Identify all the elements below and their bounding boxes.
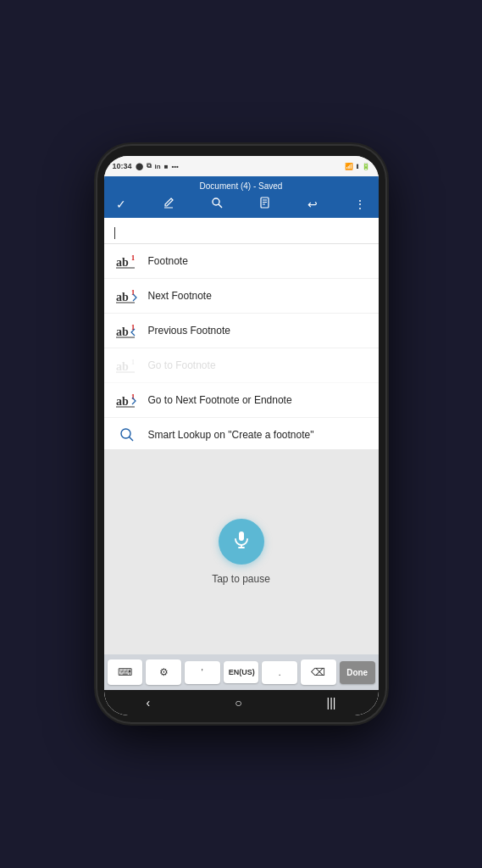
voice-area: Tap to pause: [104, 449, 379, 654]
keyboard-toggle-key[interactable]: ⌨: [108, 659, 143, 685]
back-button[interactable]: ‹: [136, 693, 160, 713]
time-display: 10:34: [113, 162, 132, 170]
menu-item-smart-lookup[interactable]: Smart Lookup on "Create a footnote": [104, 418, 379, 449]
toolbar-icons: ✓: [113, 195, 370, 213]
doc-area: [104, 218, 379, 244]
go-to-next-icon: ab 1: [116, 392, 138, 409]
done-key[interactable]: Done: [340, 661, 375, 684]
svg-text:1: 1: [131, 254, 135, 262]
svg-point-22: [121, 429, 130, 438]
svg-line-23: [129, 437, 133, 442]
app-toolbar: Document (4) - Saved ✓: [104, 176, 379, 218]
phone-screen: 10:34 ⬤ ⧉ in ■ ••• 📶 ⫿ 🔋 Document (4) - …: [104, 156, 379, 715]
doc-cursor: [114, 227, 115, 239]
bottom-nav: ‹ ○ |||: [104, 690, 379, 715]
svg-point-1: [213, 198, 219, 205]
phone-shell: 10:34 ⬤ ⧉ in ■ ••• 📶 ⫿ 🔋 Document (4) - …: [97, 146, 385, 722]
wifi-icon: 📶: [345, 163, 353, 170]
broadcast-icon: ⧉: [147, 162, 152, 170]
status-right: 📶 ⫿ 🔋: [345, 163, 370, 170]
svg-rect-26: [239, 531, 244, 541]
language-key[interactable]: EN(US): [224, 661, 259, 683]
svg-text:ab: ab: [116, 395, 129, 408]
keyboard-settings-key[interactable]: ⚙: [146, 659, 181, 685]
mic-button[interactable]: [219, 519, 264, 565]
go-to-footnote-label: Go to Footnote: [148, 359, 216, 371]
backspace-key[interactable]: ⌫: [301, 659, 336, 685]
status-left: 10:34 ⬤ ⧉ in ■ •••: [113, 162, 179, 170]
svg-line-2: [219, 204, 222, 208]
svg-text:ab: ab: [116, 326, 129, 338]
linkedin-icon: in: [155, 163, 161, 170]
menu-item-go-to-footnote: ab 1 Go to Footnote: [104, 348, 379, 383]
previous-footnote-label: Previous Footnote: [148, 325, 230, 337]
home-button[interactable]: ○: [224, 693, 252, 713]
search-icon[interactable]: [208, 195, 226, 213]
smart-lookup-label: Smart Lookup on "Create a footnote": [148, 429, 314, 441]
apostrophe-key[interactable]: ': [185, 661, 220, 684]
menu-item-go-to-next[interactable]: ab 1 Go to Next Footnote or Endnote: [104, 383, 379, 418]
menu-item-next-footnote[interactable]: ab 1 Next Footnote: [104, 279, 379, 314]
menu-item-previous-footnote[interactable]: ab 1 Previous Footnote: [104, 314, 379, 348]
extra-icon: ■: [164, 163, 169, 170]
menu-button[interactable]: |||: [317, 693, 346, 713]
facebook-icon: ⬤: [136, 163, 143, 170]
signal-icon: ⫿: [356, 163, 359, 170]
svg-text:1: 1: [131, 359, 135, 366]
mic-icon: [232, 530, 251, 554]
previous-footnote-icon: ab 1: [116, 322, 138, 339]
next-footnote-label: Next Footnote: [148, 290, 212, 302]
keyboard-row: ⌨ ⚙ ' EN(US) . ⌫ Done: [108, 659, 375, 685]
app-title: Document (4) - Saved: [113, 181, 370, 191]
go-to-next-label: Go to Next Footnote or Endnote: [148, 394, 292, 406]
undo-icon[interactable]: ↩: [304, 196, 321, 213]
status-bar: 10:34 ⬤ ⧉ in ■ ••• 📶 ⫿ 🔋: [104, 156, 379, 176]
pen-icon[interactable]: [159, 195, 178, 213]
check-icon[interactable]: ✓: [113, 196, 130, 213]
footnote-label: Footnote: [148, 255, 188, 267]
tap-pause-label: Tap to pause: [212, 573, 270, 585]
smart-lookup-icon: [116, 426, 138, 443]
menu-list: ab 1 Footnote ab 1 Next Foo: [104, 244, 379, 449]
more-icon[interactable]: ⋮: [351, 196, 369, 213]
menu-item-footnote[interactable]: ab 1 Footnote: [104, 244, 379, 279]
svg-text:ab: ab: [116, 256, 129, 269]
keyboard-area: ⌨ ⚙ ' EN(US) . ⌫ Done: [104, 654, 379, 690]
battery-icon: 🔋: [362, 163, 370, 170]
doc-icon[interactable]: [256, 195, 274, 213]
svg-text:ab: ab: [116, 291, 129, 303]
footnote-icon: ab 1: [116, 253, 138, 270]
go-to-footnote-icon: ab 1: [116, 357, 138, 374]
next-footnote-icon: ab 1: [116, 287, 138, 304]
dots-icon: •••: [171, 163, 178, 170]
svg-text:ab: ab: [116, 360, 129, 373]
period-key[interactable]: .: [262, 661, 297, 684]
